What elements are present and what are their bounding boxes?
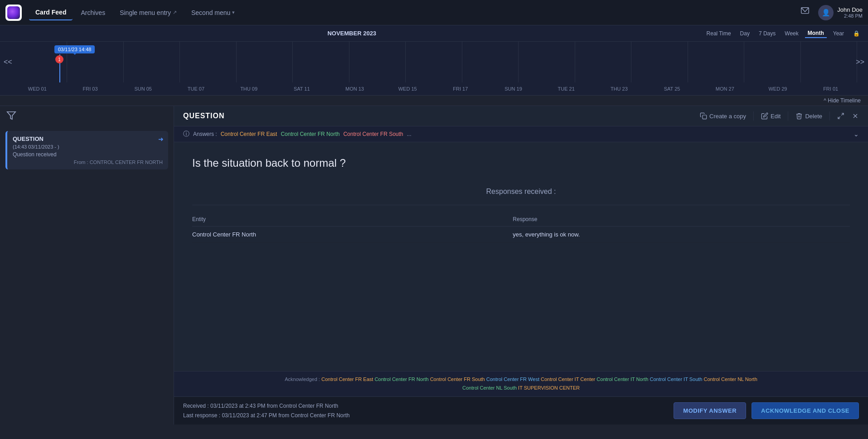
tab-month[interactable]: Month <box>805 29 827 38</box>
date-wed15: WED 15 <box>381 86 434 92</box>
responses-table: Entity Response Control Center FR North … <box>192 212 850 243</box>
question-mark-icon: ⓘ <box>183 130 189 138</box>
acknowledge-close-btn[interactable]: ACKNOWLEDGE AND CLOSE <box>752 402 859 419</box>
answers-expand-btn[interactable]: ⌄ <box>853 130 859 138</box>
modify-answer-btn[interactable]: MODIFY ANSWER <box>674 402 746 419</box>
date-thu09: THU 09 <box>223 86 276 92</box>
delete-btn[interactable]: Delete <box>795 112 822 120</box>
card-item-from: From : CONTROL CENTER FR NORTH <box>13 159 163 165</box>
tab-day[interactable]: Day <box>737 29 752 38</box>
ack-tag-fr-east[interactable]: Control Center FR East <box>321 376 373 382</box>
tab-lock-icon[interactable]: 🔒 <box>850 29 863 38</box>
date-tue21: TUE 21 <box>540 86 593 92</box>
create-copy-btn[interactable]: Create a copy <box>700 112 746 120</box>
date-mon27: MON 27 <box>698 86 752 92</box>
edit-icon <box>761 112 768 120</box>
expand-icon <box>837 112 844 120</box>
user-section: 👤 John Doe 2:48 PM <box>800 5 863 20</box>
responses-label: Responses received : <box>192 188 850 196</box>
svg-rect-2 <box>703 115 707 119</box>
date-sun19: SUN 19 <box>487 86 540 92</box>
ack-tag-it-supervision[interactable]: IT SUPERVISION CENTER <box>518 385 580 391</box>
ack-tag-nl-north[interactable]: Control Center NL North <box>704 376 757 382</box>
card-list: QUESTION (14:43 03/11/2023 - ) Question … <box>0 127 174 425</box>
panel-actions: Create a copy Edit Delete <box>700 111 859 121</box>
filter-icon[interactable] <box>6 111 16 123</box>
external-link-icon: ↗ <box>173 10 177 15</box>
tab-week[interactable]: Week <box>782 29 801 38</box>
ack-tag-fr-west[interactable]: Control Center FR West <box>486 376 539 382</box>
chevron-down-icon: ▾ <box>232 10 235 15</box>
table-body: Control Center FR North yes, everything … <box>192 227 850 243</box>
hide-timeline-btn[interactable]: ^ Hide Timeline <box>824 97 861 104</box>
edit-btn[interactable]: Edit <box>761 112 781 120</box>
copy-icon <box>700 112 707 120</box>
answer-tag-north[interactable]: Control Center FR North <box>281 131 339 137</box>
table-row: Control Center FR North yes, everything … <box>192 227 850 243</box>
date-fri03: FRI 03 <box>64 86 117 92</box>
app-logo <box>5 5 22 21</box>
nav-archives[interactable]: Archives <box>74 5 112 20</box>
received-info: Received : 03/11/2023 at 2:43 PM from Co… <box>183 401 666 410</box>
timeline-badge: 1 <box>55 55 63 63</box>
date-tue07: TUE 07 <box>170 86 223 92</box>
notification-icon[interactable] <box>800 6 810 19</box>
timeline-dates: WED 01 FRI 03 SUN 05 TUE 07 THU 09 SAT 1… <box>0 82 868 95</box>
nav-card-feed[interactable]: Card Feed <box>29 5 73 20</box>
close-icon <box>852 112 859 120</box>
date-thu23: THU 23 <box>593 86 646 92</box>
avatar-circle: 👤 <box>818 5 834 20</box>
timeline-header: NOVEMBER 2023 Real Time Day 7 Days Week … <box>0 25 868 42</box>
card-item-title: QUESTION <box>13 135 163 142</box>
nav-second-menu[interactable]: Second menu ▾ <box>185 5 241 20</box>
ack-tag-it-south[interactable]: Control Center IT South <box>650 376 703 382</box>
tab-year[interactable]: Year <box>830 29 847 38</box>
user-avatar[interactable]: 👤 John Doe 2:48 PM <box>818 5 863 20</box>
date-wed29: WED 29 <box>752 86 805 92</box>
answer-tag-south[interactable]: Control Center FR South <box>343 131 403 137</box>
hide-timeline-bar: ^ Hide Timeline <box>0 96 868 106</box>
date-sat11: SAT 11 <box>275 86 328 92</box>
responses-divider <box>192 205 850 205</box>
logo-inner <box>7 6 20 19</box>
left-panel-toolbar <box>0 106 174 127</box>
table-header: Entity Response <box>192 212 850 227</box>
ack-tag-nl-south[interactable]: Control Center NL South <box>462 385 517 391</box>
bottom-info-bar: Received : 03/11/2023 at 2:43 PM from Co… <box>174 396 868 425</box>
date-fri17: FRI 17 <box>434 86 487 92</box>
ack-tag-it-north[interactable]: Control Center IT North <box>596 376 648 382</box>
card-item-subtitle: Question received <box>13 151 163 158</box>
nav-single-menu[interactable]: Single menu entry ↗ <box>113 5 183 20</box>
timeline-next-btn[interactable]: >> <box>852 56 868 68</box>
left-panel: QUESTION (14:43 03/11/2023 - ) Question … <box>0 106 174 425</box>
cell-response: yes, everything is ok now. <box>513 227 850 243</box>
col-entity: Entity <box>192 212 513 227</box>
timeline-prev-btn[interactable]: << <box>0 56 16 68</box>
date-sat25: SAT 25 <box>645 86 698 92</box>
tab-real-time[interactable]: Real Time <box>704 29 734 38</box>
main-content: QUESTION (14:43 03/11/2023 - ) Question … <box>0 106 868 425</box>
ack-tag-fr-north[interactable]: Control Center FR North <box>374 376 428 382</box>
answers-label: Answers : <box>193 131 217 137</box>
tab-7days[interactable]: 7 Days <box>756 29 778 38</box>
bottom-actions: MODIFY ANSWER ACKNOWLEDGE AND CLOSE <box>674 402 859 419</box>
panel-title: QUESTION <box>183 112 700 120</box>
close-btn[interactable] <box>852 112 859 120</box>
acknowledged-bar: Acknowledged : Control Center FR East Co… <box>174 371 868 397</box>
ack-tag-it-center[interactable]: Control Center IT Center <box>541 376 595 382</box>
timeline-section: << 03/11/23 14:48 1 >> WED 01 FRI 03 SUN… <box>0 42 868 96</box>
right-panel: QUESTION Create a copy Edit <box>174 106 868 425</box>
action-divider2 <box>788 111 788 121</box>
ack-tag-fr-south[interactable]: Control Center FR South <box>430 376 485 382</box>
timeline-chart: << 03/11/23 14:48 1 >> <box>0 42 868 82</box>
answer-tag-east[interactable]: Control Center FR East <box>221 131 277 137</box>
table-header-row: Entity Response <box>192 212 850 227</box>
card-item[interactable]: QUESTION (14:43 03/11/2023 - ) Question … <box>5 131 168 169</box>
answers-more-btn[interactable]: ... <box>407 131 412 137</box>
question-text: Is the situation back to normal ? <box>192 157 850 169</box>
expand-btn[interactable] <box>837 112 844 120</box>
timeline-marker[interactable]: 03/11/23 14:48 <box>54 45 95 53</box>
user-name: John Doe <box>837 6 863 13</box>
cell-entity: Control Center FR North <box>192 227 513 243</box>
last-response-info: Last response : 03/11/2023 at 2:47 PM fr… <box>183 411 666 420</box>
